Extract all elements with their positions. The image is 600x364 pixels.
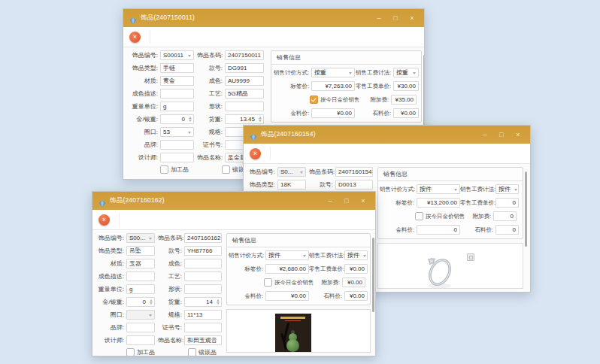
titlebar[interactable]: 饰品(2407160162) – □ × bbox=[92, 192, 375, 210]
titlebar[interactable]: 饰品(2407150011) – □ × bbox=[123, 9, 424, 27]
combo-select[interactable]: 按件 bbox=[344, 250, 368, 260]
text-input[interactable]: AU9999 bbox=[225, 76, 264, 86]
cancel-button[interactable]: × bbox=[250, 148, 261, 159]
text-input[interactable]: 2407160154 bbox=[335, 167, 373, 177]
spinner-input[interactable]: 0 bbox=[160, 114, 194, 124]
chevron-down-icon[interactable] bbox=[147, 311, 154, 319]
combo-select[interactable]: 按件 bbox=[265, 250, 309, 260]
scrollbar-thumb[interactable] bbox=[423, 55, 424, 133]
text-input[interactable]: 0 bbox=[495, 198, 519, 208]
text-input[interactable]: 0 bbox=[495, 225, 519, 235]
text-input[interactable] bbox=[184, 259, 222, 268]
checkbox[interactable] bbox=[126, 348, 135, 356]
text-input[interactable]: g bbox=[160, 102, 194, 111]
text-input[interactable]: DG991 bbox=[225, 63, 264, 73]
chevron-down-icon[interactable] bbox=[186, 128, 193, 136]
scrollbar-thumb[interactable] bbox=[525, 171, 527, 247]
text-input[interactable]: ¥7,263.00 bbox=[311, 81, 355, 91]
spinner-input[interactable]: 0 bbox=[126, 297, 155, 307]
text-input[interactable]: 0 bbox=[417, 225, 460, 235]
combo-select[interactable]: 53 bbox=[160, 127, 194, 137]
checkbox[interactable] bbox=[160, 165, 168, 174]
text-input[interactable] bbox=[160, 153, 194, 162]
combo-select[interactable]: S00011 bbox=[160, 50, 194, 60]
close-button[interactable]: × bbox=[405, 12, 420, 24]
close-button[interactable]: × bbox=[356, 195, 371, 207]
scrollbar-thumb[interactable] bbox=[372, 238, 374, 312]
spinner-input[interactable]: 14 bbox=[184, 297, 222, 307]
checkbox[interactable] bbox=[415, 212, 423, 220]
text-input[interactable]: 18K bbox=[277, 180, 306, 190]
text-input[interactable]: 2407150011 bbox=[225, 50, 264, 60]
text-input[interactable]: 0 bbox=[493, 211, 517, 221]
checkbox[interactable] bbox=[188, 348, 196, 356]
text-input[interactable]: ¥0.00 bbox=[393, 108, 419, 118]
combo-select[interactable]: 按件 bbox=[417, 184, 460, 194]
maximize-button[interactable]: □ bbox=[388, 12, 403, 24]
text-input[interactable]: ¥0.00 bbox=[344, 264, 368, 274]
combo-select[interactable]: 按件 bbox=[495, 184, 519, 194]
text-input[interactable] bbox=[126, 271, 155, 281]
vertical-scrollbar[interactable] bbox=[523, 167, 529, 289]
checkbox[interactable] bbox=[222, 165, 230, 174]
combo-select[interactable]: S0... bbox=[277, 167, 306, 177]
text-input[interactable]: ¥2,680.00 bbox=[265, 264, 309, 274]
text-input[interactable]: ¥0.00 bbox=[265, 291, 309, 301]
minimize-button[interactable]: – bbox=[323, 195, 338, 207]
combo-select[interactable] bbox=[126, 310, 155, 320]
text-input[interactable]: g bbox=[126, 284, 155, 294]
text-input[interactable] bbox=[160, 140, 194, 150]
cancel-button[interactable]: × bbox=[98, 214, 110, 226]
spinner-arrows[interactable] bbox=[187, 115, 193, 123]
text-input[interactable]: 吊坠 bbox=[126, 246, 155, 256]
chevron-down-icon[interactable] bbox=[347, 68, 354, 77]
checkbox[interactable] bbox=[310, 96, 318, 104]
chevron-down-icon[interactable] bbox=[411, 68, 418, 77]
text-input[interactable] bbox=[225, 102, 264, 111]
text-input[interactable]: 黄金 bbox=[160, 76, 194, 86]
chevron-down-icon[interactable] bbox=[513, 185, 519, 193]
text-input[interactable] bbox=[160, 89, 194, 99]
combo-select[interactable]: 按重 bbox=[311, 68, 355, 77]
chevron-down-icon[interactable] bbox=[302, 251, 308, 259]
minimize-button[interactable]: – bbox=[477, 129, 492, 141]
text-input[interactable]: ¥13,200.00 bbox=[417, 198, 460, 208]
spinner-arrows[interactable] bbox=[257, 115, 263, 123]
chevron-down-icon[interactable] bbox=[362, 251, 368, 259]
spinner-arrows[interactable] bbox=[215, 298, 221, 306]
checkbox[interactable] bbox=[264, 278, 272, 287]
text-input[interactable] bbox=[126, 323, 155, 332]
text-input[interactable]: 2407160162 bbox=[184, 233, 222, 243]
combo-select[interactable]: S00... bbox=[126, 233, 155, 243]
text-input[interactable] bbox=[184, 271, 222, 281]
text-input[interactable]: 5G精品 bbox=[225, 89, 264, 99]
close-button[interactable]: × bbox=[511, 129, 526, 141]
text-input[interactable]: ¥30.00 bbox=[393, 81, 419, 91]
text-input[interactable]: 玉器 bbox=[126, 259, 155, 268]
text-input[interactable]: YH87766 bbox=[184, 246, 222, 256]
text-input[interactable]: 手链 bbox=[160, 63, 194, 73]
spinner-arrows[interactable] bbox=[148, 298, 154, 306]
text-input[interactable] bbox=[184, 284, 222, 294]
text-input[interactable] bbox=[184, 323, 222, 332]
combo-select[interactable]: 按重 bbox=[393, 68, 419, 77]
text-input[interactable] bbox=[126, 335, 155, 345]
text-input[interactable]: D0013 bbox=[335, 180, 373, 190]
text-input[interactable]: ¥35.00 bbox=[391, 95, 417, 105]
text-input[interactable]: ¥0.00 bbox=[344, 291, 368, 301]
text-input[interactable]: ¥0.00 bbox=[342, 278, 365, 287]
chevron-down-icon[interactable] bbox=[298, 168, 305, 176]
maximize-button[interactable]: □ bbox=[494, 129, 509, 141]
maximize-button[interactable]: □ bbox=[339, 195, 354, 207]
chevron-down-icon[interactable] bbox=[453, 185, 459, 193]
minimize-button[interactable]: – bbox=[371, 12, 386, 24]
photo-tool-icon[interactable] bbox=[467, 253, 474, 261]
chevron-down-icon[interactable] bbox=[186, 51, 193, 59]
vertical-scrollbar[interactable] bbox=[371, 233, 375, 353]
cancel-button[interactable]: × bbox=[129, 32, 141, 43]
chevron-down-icon[interactable] bbox=[147, 234, 154, 242]
spinner-input[interactable]: 13.45 bbox=[225, 114, 264, 124]
text-input[interactable]: ¥0.00 bbox=[311, 108, 355, 118]
text-input[interactable]: 和田玉观音 bbox=[184, 335, 222, 345]
titlebar[interactable]: 饰品(2407160154) – □ × bbox=[244, 126, 530, 144]
